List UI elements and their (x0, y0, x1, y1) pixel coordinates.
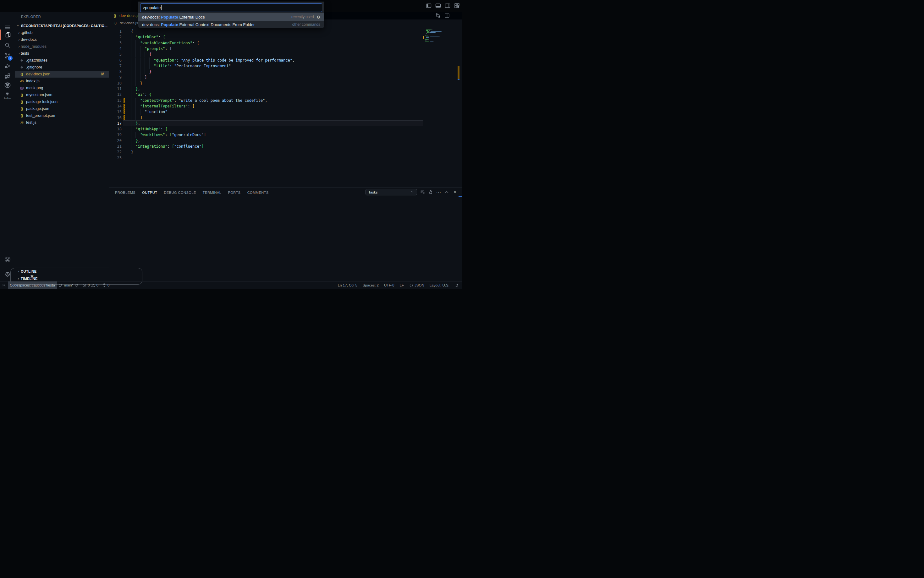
explorer-root-folder[interactable]: › SECONDTESTSPRITEAI [CODESPACES: CAUTIO… (15, 22, 109, 29)
code-line[interactable]: 22} (109, 149, 423, 155)
status-codespaces-host[interactable]: Codespaces: cautious fiesta (8, 281, 57, 289)
customize-layout-icon[interactable] (454, 3, 460, 9)
output-channel-select[interactable]: Tasks (366, 189, 417, 195)
token: "integrations" (135, 144, 167, 149)
file-.gitattributes[interactable]: .gitattributes (15, 57, 109, 64)
code-text: } (140, 80, 142, 86)
code-line[interactable]: 13"contextPrompt": "write a cool poem ab… (109, 98, 423, 103)
toggle-primary-sidebar-icon[interactable] (426, 3, 432, 9)
code-line[interactable]: 11}, (109, 86, 423, 92)
split-editor-icon[interactable] (444, 13, 451, 19)
code-line[interactable]: 19"workflows": ["generateDocs"] (109, 132, 423, 138)
maximize-panel-icon[interactable] (444, 190, 449, 195)
open-changes-icon[interactable] (435, 13, 441, 19)
minimap-line (425, 39, 426, 39)
panel-tab-problems[interactable]: PROBLEMS (115, 189, 136, 196)
activity-item-run-debug[interactable] (0, 61, 15, 71)
code-line[interactable]: 21"integrations": ["confluence"] (109, 144, 423, 149)
code-line[interactable]: 4"prompts": [ (109, 46, 423, 52)
file-test.js[interactable]: JStest.js (15, 119, 109, 126)
panel-tab-output[interactable]: OUTPUT (142, 189, 158, 196)
code-line[interactable]: 16] (109, 115, 423, 121)
more-actions-icon[interactable]: ··· (453, 13, 459, 19)
minimap[interactable] (423, 26, 458, 187)
folder-.github[interactable]: ›.github (15, 29, 109, 36)
status-forwarded-ports[interactable]: 0 (100, 281, 111, 289)
clear-output-icon[interactable] (420, 190, 425, 195)
panel-more-icon[interactable]: ··· (436, 190, 441, 195)
code-line[interactable]: 5{ (109, 52, 423, 57)
activity-item-source-control[interactable]: 1 (0, 50, 15, 61)
lock-icon[interactable] (428, 190, 433, 195)
code-line[interactable]: 12"ai": { (109, 92, 423, 97)
code-line[interactable]: 2"quickDoc": { (109, 34, 423, 40)
code-line[interactable]: 14"internalTypeFilters": [ (109, 103, 423, 109)
status-indentation[interactable]: Spaces: 2 (363, 281, 379, 289)
token: "title" (154, 64, 170, 68)
code-line[interactable]: 18"gitHubApp": { (109, 126, 423, 132)
panel-tab-terminal[interactable]: TERMINAL (202, 189, 222, 196)
status-encoding[interactable]: UTF-8 (384, 281, 394, 289)
palette-result-0[interactable]: dev-docs: Populate External Docsrecently… (138, 13, 324, 21)
code-line[interactable]: 1{ (109, 29, 423, 34)
activity-item-account[interactable] (0, 254, 15, 265)
account-icon (4, 256, 11, 263)
token: , (138, 138, 140, 143)
code-line[interactable]: 17}, (109, 121, 423, 126)
file-mycustom.json[interactable]: {}mycustom.json (15, 91, 109, 98)
panel-tab-ports[interactable]: PORTS (228, 189, 241, 196)
status-cursor-position[interactable]: Ln 17, Col 5 (338, 281, 357, 289)
status-keyboard-layout[interactable]: Layout: U.S. (429, 281, 449, 289)
folder-dev-docs[interactable]: ›dev-docs (15, 36, 109, 43)
code-text: "variablesAndFunctions": { (140, 40, 199, 46)
code-line[interactable]: 20}, (109, 138, 423, 144)
status-language-mode[interactable]: JSON (409, 281, 424, 289)
code-line[interactable]: 15"function" (109, 109, 423, 115)
activity-item-search[interactable] (0, 40, 15, 50)
activity-item-settings[interactable] (0, 269, 15, 279)
toggle-secondary-sidebar-icon[interactable] (444, 3, 451, 9)
code-line[interactable]: 10} (109, 80, 423, 86)
toggle-panel-icon[interactable] (435, 3, 441, 9)
code-line[interactable]: 8} (109, 69, 423, 75)
command-palette-input[interactable]: >populate (140, 3, 322, 12)
code-line[interactable]: 6"question": "Any place this code be imp… (109, 57, 423, 63)
chevron-right-icon: › (17, 51, 21, 55)
panel-tab-comments[interactable]: COMMENTS (247, 189, 269, 196)
gutter-modified-marker (124, 104, 125, 109)
line-number: 12 (109, 92, 122, 97)
status-notifications[interactable] (455, 281, 459, 289)
file-package.json[interactable]: {}package.json (15, 105, 109, 112)
token: "Any place this code be improved for per… (181, 58, 292, 63)
activity-item-github[interactable] (0, 80, 15, 91)
palette-result-1[interactable]: dev-docs: Populate External Context Docu… (138, 21, 324, 28)
file-index.js[interactable]: JSindex.js (15, 78, 109, 84)
status-remote-indicator[interactable] (0, 281, 8, 289)
gutter-modified-marker (124, 109, 125, 114)
file-package-lock.json[interactable]: {}package-lock.json (15, 98, 109, 105)
section-outline[interactable]: ›OUTLINE (15, 268, 109, 275)
status-eol[interactable]: LF (400, 281, 404, 289)
folder-node_modules[interactable]: ›node_modules (15, 43, 109, 50)
activity-item-explorer[interactable] (0, 29, 15, 40)
file-test_prompt.json[interactable]: {}test_prompt.json (15, 112, 109, 119)
explorer-more-actions-icon[interactable]: ··· (99, 13, 104, 18)
code-editor[interactable]: 1{2"quickDoc": {3"variablesAndFunctions"… (109, 26, 423, 187)
folder-tests[interactable]: ›tests (15, 50, 109, 57)
code-line[interactable]: 7"title": "Performance Improvement" (109, 63, 423, 69)
status-git-branch[interactable]: main* (57, 281, 80, 289)
token: : (192, 41, 197, 45)
file-mask.png[interactable]: mask.png (15, 84, 109, 91)
code-line[interactable]: 23 (109, 155, 423, 161)
configure-keybinding-icon[interactable]: ⚙ (317, 15, 320, 19)
status-problems-summary[interactable]: 00 (80, 281, 100, 289)
file-dev-docs.json[interactable]: {}dev-docs.jsonM (15, 71, 109, 78)
code-line[interactable]: 3"variablesAndFunctions": { (109, 40, 423, 46)
activity-item-dev-docs[interactable]: Dev-Docs (0, 89, 15, 100)
minimap-modified-marker (423, 36, 424, 39)
close-panel-icon[interactable]: × (452, 190, 457, 195)
file-.gitignore[interactable]: .gitignore (15, 64, 109, 71)
token: "quickDoc" (135, 35, 158, 39)
code-line[interactable]: 9] (109, 75, 423, 80)
panel-tab-debug-console[interactable]: DEBUG CONSOLE (163, 189, 196, 196)
